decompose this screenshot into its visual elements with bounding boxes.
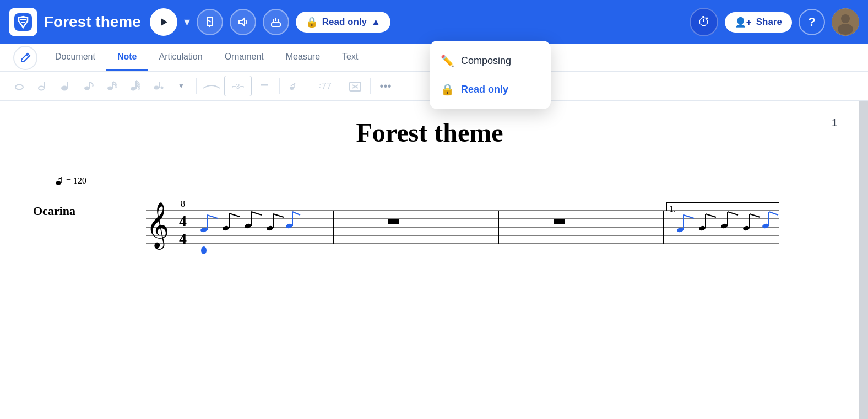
instrument-label: Ocarina: [33, 189, 77, 218]
svg-rect-9: [272, 23, 280, 26]
tab-articulation[interactable]: Articulation: [148, 44, 213, 71]
share-label: Share: [756, 17, 782, 28]
divider-4: [340, 78, 340, 94]
divider-3: [310, 78, 310, 94]
more-options-icon[interactable]: •••: [375, 76, 396, 96]
svg-point-19: [84, 87, 90, 90]
read-only-button[interactable]: 🔒 Read only ▲: [296, 12, 390, 33]
music-staff: 𝄞 4 4 8: [83, 189, 826, 255]
pencil-icon: ✏️: [441, 54, 454, 67]
pencil-tool-button[interactable]: [13, 46, 37, 70]
tempo-marking: = 120: [33, 175, 826, 186]
tab-document[interactable]: Document: [44, 44, 106, 71]
quarter-note-icon[interactable]: [55, 76, 76, 96]
dotted-note-icon[interactable]: [148, 76, 169, 96]
whole-note-icon[interactable]: [9, 76, 30, 96]
svg-point-11: [841, 14, 850, 23]
svg-point-27: [161, 87, 164, 89]
svg-point-25: [154, 86, 159, 90]
app-logo[interactable]: [9, 8, 37, 36]
user-avatar[interactable]: [832, 8, 859, 36]
tuplet-icon[interactable]: ⌐3¬: [224, 76, 252, 96]
accidental-icon[interactable]: ♮77: [314, 76, 335, 96]
svg-point-79: [742, 225, 750, 232]
svg-point-56: [266, 225, 274, 232]
svg-point-47: [200, 227, 208, 233]
metronome-button[interactable]: [197, 9, 223, 35]
tab-measure[interactable]: Measure: [275, 44, 331, 71]
svg-point-73: [698, 225, 706, 232]
eighth-note-icon[interactable]: [78, 76, 99, 96]
svg-text:4: 4: [179, 230, 187, 247]
composing-label: Composing: [461, 55, 511, 67]
svg-point-76: [720, 223, 728, 229]
svg-point-70: [676, 227, 684, 233]
mode-dropdown: ✏️ Composing 🔒 Read only: [430, 41, 551, 109]
svg-line-78: [728, 212, 738, 215]
play-button[interactable]: [150, 8, 177, 36]
svg-point-35: [56, 181, 61, 185]
svg-point-17: [62, 87, 67, 90]
tie-icon[interactable]: [201, 76, 222, 96]
svg-rect-65: [554, 219, 565, 224]
tab-text[interactable]: Text: [331, 44, 369, 71]
divider-1: [196, 78, 197, 94]
score-title: Forest theme: [33, 117, 826, 148]
doc-title: Forest theme: [44, 13, 141, 31]
history-button[interactable]: ⏱: [690, 8, 718, 36]
share-button[interactable]: 👤+ Share: [725, 12, 792, 33]
svg-point-50: [222, 225, 230, 232]
svg-line-52: [229, 213, 240, 217]
divider-5: [370, 78, 371, 94]
svg-line-31: [291, 83, 295, 86]
svg-line-75: [706, 214, 716, 217]
read-only-menu-label: Read only: [461, 84, 508, 95]
tab-ornament[interactable]: Ornament: [214, 44, 275, 71]
delete-note-icon[interactable]: [345, 76, 366, 96]
history-icon: ⏱: [698, 15, 710, 29]
svg-line-61: [292, 212, 300, 215]
score-area: 1 Forest theme = 120 Ocarina 𝄞: [0, 101, 859, 419]
svg-text:𝄞: 𝄞: [146, 202, 170, 250]
volume-button[interactable]: [230, 9, 256, 35]
svg-line-84: [769, 212, 778, 215]
svg-line-37: [58, 178, 61, 179]
main-content: 1 Forest theme = 120 Ocarina 𝄞: [0, 101, 868, 419]
vertical-scrollbar[interactable]: [859, 101, 868, 419]
svg-line-55: [251, 212, 262, 215]
page-number: 1: [832, 117, 837, 129]
sixteenth-note-icon[interactable]: [101, 76, 122, 96]
thirtysecond-note-icon[interactable]: [124, 76, 145, 96]
svg-text:4: 4: [179, 212, 187, 229]
svg-point-53: [244, 223, 252, 229]
tempo-value: = 120: [66, 176, 86, 186]
composing-option[interactable]: ✏️ Composing: [430, 46, 551, 75]
svg-point-14: [15, 85, 23, 90]
svg-text:1.: 1.: [669, 204, 676, 213]
add-person-icon: 👤+: [735, 17, 752, 28]
tab-note[interactable]: Note: [106, 44, 148, 71]
svg-point-23: [131, 87, 136, 91]
question-mark-icon: ?: [808, 15, 815, 29]
rest-icon[interactable]: [254, 76, 275, 96]
svg-line-58: [273, 214, 284, 217]
svg-point-12: [838, 24, 853, 35]
chevron-up-icon: ▲: [371, 17, 381, 28]
svg-point-82: [762, 223, 769, 229]
grace-note-icon[interactable]: [284, 76, 305, 96]
svg-line-81: [750, 214, 760, 217]
midi-button[interactable]: [263, 9, 289, 35]
lock-icon: 🔒: [306, 16, 318, 28]
svg-marker-5: [239, 18, 245, 26]
note-duration-dropdown[interactable]: ▼: [171, 76, 192, 96]
svg-line-4: [208, 20, 211, 22]
score-section: Ocarina 𝄞 4 4 8: [33, 189, 826, 255]
svg-marker-1: [161, 18, 167, 26]
svg-point-15: [39, 87, 44, 90]
half-note-icon[interactable]: [32, 76, 53, 96]
read-only-option[interactable]: 🔒 Read only: [430, 75, 551, 104]
play-dropdown-arrow[interactable]: ▾: [184, 15, 190, 29]
svg-text:8: 8: [181, 199, 185, 208]
help-button[interactable]: ?: [799, 9, 825, 35]
svg-line-49: [207, 215, 218, 218]
